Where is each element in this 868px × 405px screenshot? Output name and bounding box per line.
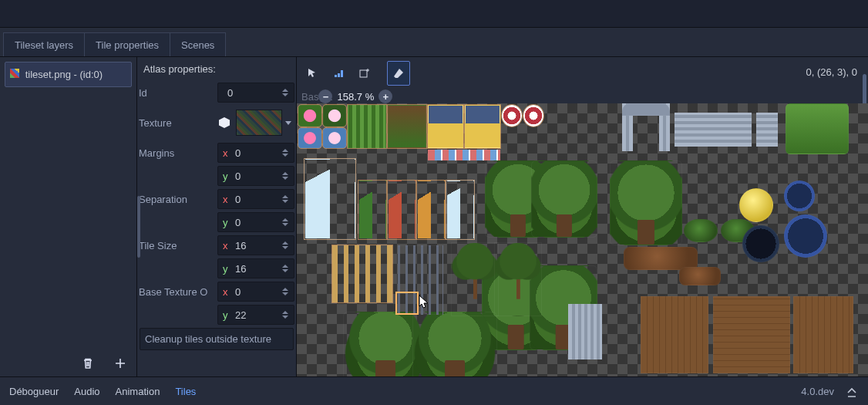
spinner-icon[interactable]: [281, 86, 289, 100]
tileset-tabs: Tileset layers Tile properties Scenes: [0, 28, 868, 57]
bottom-panel-tabs: Débogueur Audio Animation Tiles 4.0.dev: [0, 376, 868, 405]
spinner-icon[interactable]: [281, 308, 289, 322]
prop-id-value: 0: [227, 87, 281, 99]
expand-panel-icon[interactable]: [845, 384, 859, 398]
cleanup-tiles-button[interactable]: Cleanup tiles outside texture: [140, 328, 294, 350]
tileset-icon: [10, 69, 19, 78]
margins-y-field[interactable]: y 0: [217, 166, 294, 186]
separation-x-field[interactable]: x0: [217, 189, 294, 209]
footer-tab-tiles[interactable]: Tiles: [175, 386, 196, 397]
prop-id-label: Id: [139, 87, 216, 99]
prop-baseoffset-label: Base Texture O: [139, 286, 216, 298]
separation-y-field[interactable]: y0: [217, 212, 294, 232]
chevron-down-icon[interactable]: [285, 121, 291, 125]
tilesize-x-field[interactable]: x16: [217, 235, 294, 255]
spinner-icon[interactable]: [281, 192, 289, 206]
add-atlas-button[interactable]: [112, 355, 129, 372]
spinner-icon[interactable]: [281, 262, 289, 275]
panel-title: Atlas properties:: [137, 57, 296, 81]
prop-separation-label: Separation: [139, 194, 216, 205]
prop-texture-label: Texture: [139, 117, 216, 129]
margins-x-field[interactable]: x 0: [217, 143, 294, 163]
spinner-icon[interactable]: [281, 285, 289, 299]
prop-margins-label: Margins: [139, 147, 216, 159]
spinner-icon[interactable]: [281, 215, 289, 229]
footer-tab-animation[interactable]: Animation: [116, 386, 160, 397]
cursor-coordinates: 0, (26, 3), 0: [806, 66, 857, 78]
atlas-list-item[interactable]: tileset.png - (id:0): [5, 62, 132, 87]
footer-tab-audio[interactable]: Audio: [74, 386, 99, 397]
add-remove-tool[interactable]: [353, 61, 376, 86]
zoom-in-button[interactable]: +: [378, 89, 392, 103]
axis-y-label: y: [223, 170, 230, 182]
atlas-properties-panel: Atlas properties: Id 0 Texture Margins x…: [137, 57, 297, 376]
tab-tileset-layers[interactable]: Tileset layers: [3, 32, 85, 56]
select-tool[interactable]: [301, 61, 324, 86]
atlas-canvas[interactable]: [297, 103, 868, 376]
tilesize-y-field[interactable]: y16: [217, 258, 294, 278]
spinner-icon[interactable]: [281, 238, 289, 252]
version-label: 4.0.dev: [801, 386, 834, 397]
eraser-tool[interactable]: [387, 61, 410, 86]
zoom-value[interactable]: 158.7 %: [337, 91, 374, 103]
atlas-viewport[interactable]: 0, (26, 3), 0 Base 1 − 158.7 % +: [297, 57, 868, 376]
spinner-icon[interactable]: [281, 146, 289, 160]
properties-scrollbar[interactable]: [137, 196, 140, 258]
footer-tab-debugger[interactable]: Débogueur: [9, 386, 59, 397]
resource-icon: [219, 117, 230, 128]
baseoffset-x-field[interactable]: x0: [217, 282, 294, 302]
texture-preview[interactable]: [236, 110, 282, 136]
title-bar: [0, 0, 868, 28]
svg-rect-0: [360, 70, 367, 77]
atlas-item-label: tileset.png - (id:0): [25, 69, 103, 80]
mouse-cursor-icon: [419, 295, 429, 310]
delete-atlas-button[interactable]: [79, 355, 96, 372]
baseoffset-y-field[interactable]: y22: [217, 305, 294, 325]
axis-x-label: x: [223, 147, 230, 159]
spinner-icon[interactable]: [281, 169, 289, 183]
viewport-toolbar: [301, 61, 410, 86]
tab-scenes[interactable]: Scenes: [170, 32, 226, 56]
zoom-controls: Base 1 − 158.7 % +: [301, 89, 392, 103]
setup-tiles-tool[interactable]: [327, 61, 350, 86]
prop-id-field[interactable]: 0: [217, 83, 294, 103]
prop-tilesize-label: Tile Size: [139, 240, 216, 251]
tab-tile-properties[interactable]: Tile properties: [85, 32, 170, 56]
atlas-list-panel: tileset.png - (id:0): [0, 57, 137, 376]
